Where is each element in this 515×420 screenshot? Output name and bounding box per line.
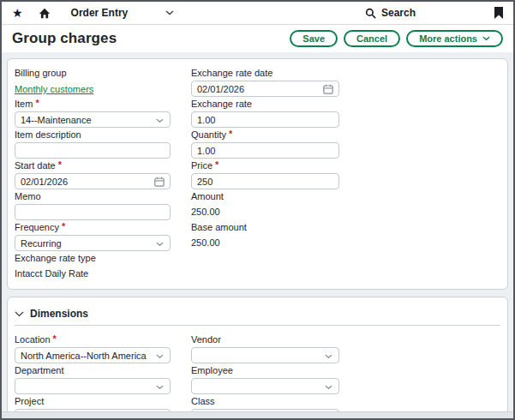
search-label: Search [381, 7, 416, 19]
base-amount-field: Base amount 250.00 [191, 222, 500, 251]
class-field: Class [191, 396, 500, 411]
application-menu[interactable]: Order Entry [71, 7, 174, 19]
memo-label: Memo [15, 191, 191, 201]
page-content: Billing group Monthly customers Exchange… [2, 52, 513, 411]
page-title: Group charges [12, 30, 117, 47]
bookmark-icon[interactable] [494, 7, 503, 19]
chevron-down-icon [325, 385, 332, 390]
quantity-field: Quantity* [191, 129, 500, 159]
chevron-down-icon [482, 36, 490, 41]
save-button-label: Save [302, 33, 325, 44]
search-button[interactable]: Search [365, 7, 416, 19]
start-date-value: 02/01/2026 [21, 177, 68, 187]
memo-input[interactable] [15, 204, 171, 220]
location-select-value: North America--North America [21, 351, 147, 361]
exchange-rate-input[interactable] [191, 111, 339, 128]
amount-value: 250.00 [191, 204, 500, 217]
employee-label: Employee [191, 365, 500, 375]
app-window: ★ Order Entry Search Group charges Save … [0, 0, 515, 420]
base-amount-value: 250.00 [191, 235, 500, 248]
price-field: Price* [191, 160, 500, 189]
exchange-rate-label: Exchange rate [191, 99, 500, 109]
cancel-button[interactable]: Cancel [344, 30, 400, 47]
class-select[interactable] [191, 409, 339, 411]
amount-field: Amount 250.00 [191, 191, 500, 220]
exchange-rate-date-input[interactable]: 02/01/2026 [191, 81, 339, 97]
home-icon[interactable] [39, 8, 51, 19]
billing-group-label: Billing group [15, 68, 191, 78]
project-label: Project [15, 396, 191, 406]
project-field: Project [15, 396, 191, 411]
page-header: Group charges Save Cancel More actions [2, 25, 513, 52]
location-label: Location* [15, 334, 191, 345]
required-marker: * [215, 160, 219, 169]
item-description-label: Item description [15, 129, 191, 140]
required-marker: * [62, 222, 65, 231]
item-field: Item* 14--Maintenance [15, 99, 191, 128]
required-marker: * [53, 334, 57, 343]
frequency-select[interactable]: Recurring [15, 235, 171, 251]
required-marker: * [229, 129, 232, 138]
start-date-label: Start date* [15, 160, 191, 171]
exchange-rate-type-field: Exchange rate type Intacct Daily Rate [15, 253, 191, 279]
exchange-rate-field: Exchange rate [191, 99, 500, 128]
item-select-value: 14--Maintenance [21, 115, 92, 125]
charge-details-panel: Billing group Monthly customers Exchange… [7, 58, 508, 290]
frequency-label: Frequency* [15, 222, 191, 232]
exchange-rate-date-value: 02/01/2026 [197, 84, 244, 94]
dimensions-section-toggle[interactable]: Dimensions [15, 306, 500, 326]
department-field: Department [15, 365, 191, 394]
start-date-field: Start date* 02/01/2026 [15, 160, 191, 189]
header-actions: Save Cancel More actions [290, 30, 503, 47]
memo-field: Memo [15, 191, 191, 220]
required-marker: * [35, 99, 39, 107]
horizontal-scrollbar[interactable] [2, 411, 513, 418]
calendar-icon[interactable] [323, 84, 333, 94]
chevron-down-icon [15, 311, 24, 317]
chevron-down-icon [325, 354, 332, 359]
required-marker: * [58, 160, 62, 169]
project-select[interactable] [15, 409, 171, 411]
vendor-field: Vendor [191, 334, 500, 363]
exchange-rate-type-value: Intacct Daily Rate [15, 266, 191, 279]
chevron-down-icon [156, 118, 164, 123]
department-label: Department [15, 365, 191, 375]
item-description-input[interactable] [15, 142, 171, 159]
chevron-down-icon [156, 385, 164, 390]
vendor-select[interactable] [191, 347, 339, 363]
price-label: Price* [191, 160, 500, 171]
class-label: Class [191, 396, 500, 406]
employee-select[interactable] [191, 378, 339, 394]
base-amount-label: Base amount [191, 222, 500, 232]
vendor-label: Vendor [191, 334, 500, 345]
item-select[interactable]: 14--Maintenance [15, 111, 171, 128]
dimensions-panel: Dimensions Location* North America--Nort… [7, 297, 508, 411]
quantity-input[interactable] [191, 142, 339, 159]
price-input[interactable] [191, 173, 339, 189]
location-select[interactable]: North America--North America [15, 347, 171, 363]
chevron-down-icon [156, 354, 164, 359]
chevron-down-icon [165, 10, 174, 15]
more-actions-button[interactable]: More actions [406, 30, 503, 47]
favorite-star-icon[interactable]: ★ [12, 7, 23, 19]
billing-group-field: Billing group Monthly customers [15, 68, 191, 97]
exchange-rate-date-label: Exchange rate date [191, 68, 500, 78]
quantity-label: Quantity* [191, 129, 500, 140]
item-label: Item* [15, 99, 191, 109]
start-date-input[interactable]: 02/01/2026 [15, 173, 171, 189]
save-button[interactable]: Save [290, 30, 338, 47]
top-bar: ★ Order Entry Search [2, 2, 513, 25]
calendar-icon[interactable] [154, 177, 165, 187]
chevron-down-icon [156, 242, 164, 247]
dimensions-section-title: Dimensions [30, 308, 88, 320]
frequency-select-value: Recurring [21, 238, 62, 249]
application-menu-label: Order Entry [71, 7, 165, 19]
search-icon [365, 8, 376, 19]
department-select[interactable] [15, 378, 171, 394]
amount-label: Amount [191, 191, 500, 201]
frequency-field: Frequency* Recurring [15, 222, 191, 251]
item-description-field: Item description [15, 129, 191, 159]
employee-field: Employee [191, 365, 500, 394]
more-actions-button-label: More actions [419, 33, 477, 44]
billing-group-link[interactable]: Monthly customers [15, 82, 93, 94]
